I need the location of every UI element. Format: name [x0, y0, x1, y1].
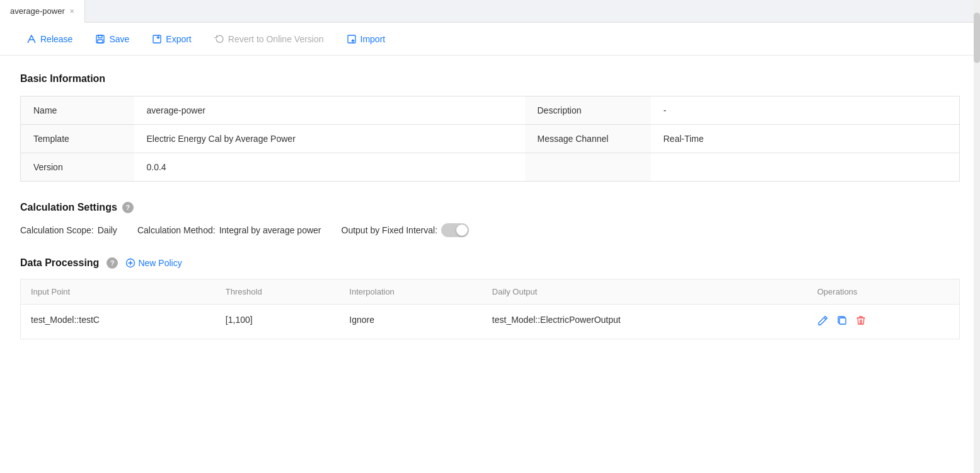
calc-settings-title: Calculation Settings — [20, 202, 117, 213]
tab-bar: average-power × — [0, 0, 980, 23]
svg-rect-1 — [98, 35, 102, 38]
action-icons — [817, 315, 949, 329]
new-policy-button[interactable]: New Policy — [125, 258, 182, 268]
calc-method-value: Integral by average power — [219, 225, 321, 235]
edit-icon[interactable] — [817, 315, 829, 329]
data-processing-table: Input Point Threshold Interpolation Dail… — [20, 279, 960, 339]
export-label: Export — [166, 34, 191, 44]
name-value: average-power — [134, 96, 525, 125]
template-label: Template — [21, 125, 134, 153]
revert-label: Revert to Online Version — [228, 34, 324, 44]
release-icon — [26, 34, 37, 44]
message-channel-label: Message Channel — [525, 125, 651, 153]
col-operations: Operations — [807, 279, 960, 305]
release-button[interactable]: Release — [15, 23, 84, 55]
save-icon — [95, 34, 105, 44]
output-fixed-interval-toggle[interactable] — [441, 223, 469, 237]
data-processing-help-icon[interactable]: ? — [107, 257, 118, 269]
cell-daily-output: test_Model::ElectricPowerOutput — [482, 305, 807, 339]
version-value: 0.0.4 — [134, 153, 525, 182]
import-icon — [347, 34, 357, 44]
plus-circle-icon — [125, 258, 135, 268]
main-content: Basic Information Name average-power Des… — [0, 55, 980, 357]
calc-scope-item: Calculation Scope: Daily — [20, 225, 117, 235]
table-row: Version 0.0.4 — [21, 153, 960, 182]
import-label: Import — [360, 34, 386, 44]
cell-operations — [807, 305, 960, 339]
copy-icon[interactable] — [836, 315, 848, 329]
col-daily-output: Daily Output — [482, 279, 807, 305]
save-button[interactable]: Save — [84, 23, 141, 55]
cell-interpolation: Ignore — [339, 305, 482, 339]
calc-scope-label: Calculation Scope: — [20, 225, 94, 235]
calc-interval-label: Output by Fixed Interval: — [342, 225, 438, 235]
svg-rect-4 — [348, 35, 355, 43]
col-threshold: Threshold — [216, 279, 339, 305]
col-interpolation: Interpolation — [339, 279, 482, 305]
col-input-point: Input Point — [21, 279, 216, 305]
tab-close-icon[interactable]: × — [70, 7, 74, 16]
scrollbar-track[interactable] — [974, 0, 980, 473]
calc-interval-item: Output by Fixed Interval: — [342, 223, 470, 237]
toggle-knob — [456, 225, 468, 236]
calc-settings-help-icon[interactable]: ? — [122, 202, 134, 213]
tab-average-power[interactable]: average-power × — [0, 0, 85, 23]
new-policy-label: New Policy — [138, 258, 182, 268]
calc-row: Calculation Scope: Daily Calculation Met… — [20, 223, 960, 237]
calc-method-item: Calculation Method: Integral by average … — [137, 225, 321, 235]
empty-label — [525, 153, 651, 182]
export-button[interactable]: Export — [141, 23, 202, 55]
version-label: Version — [21, 153, 134, 182]
calc-scope-value: Daily — [98, 225, 117, 235]
template-value: Electric Energy Cal by Average Power — [134, 125, 525, 153]
svg-rect-3 — [153, 35, 161, 43]
table-row: Template Electric Energy Cal by Average … — [21, 125, 960, 153]
revert-button[interactable]: Revert to Online Version — [203, 23, 335, 55]
revert-icon — [214, 34, 224, 44]
svg-rect-6 — [839, 318, 846, 324]
scrollbar-thumb[interactable] — [974, 13, 980, 63]
cell-input-point: test_Model::testC — [21, 305, 216, 339]
toolbar: Release Save Export Revert to Online Ver… — [0, 23, 980, 55]
table-header-row: Input Point Threshold Interpolation Dail… — [21, 279, 960, 305]
empty-value — [651, 153, 960, 182]
delete-icon[interactable] — [855, 315, 867, 329]
cell-threshold: [1,100] — [216, 305, 339, 339]
tab-label: average-power — [10, 6, 65, 16]
import-button[interactable]: Import — [335, 23, 397, 55]
message-channel-value: Real-Time — [651, 125, 960, 153]
description-value: - — [651, 96, 960, 125]
data-processing-header: Data Processing ? New Policy — [20, 257, 960, 269]
table-row: Name average-power Description - — [21, 96, 960, 125]
data-processing-title: Data Processing — [20, 257, 99, 269]
export-icon — [152, 34, 162, 44]
table-row: test_Model::testC [1,100] Ignore test_Mo… — [21, 305, 960, 339]
basic-info-table: Name average-power Description - Templat… — [20, 96, 960, 182]
save-label: Save — [109, 34, 129, 44]
basic-info-title: Basic Information — [20, 73, 960, 85]
calc-settings-header: Calculation Settings ? — [20, 202, 960, 213]
name-label: Name — [21, 96, 134, 125]
description-label: Description — [525, 96, 651, 125]
svg-rect-2 — [98, 40, 103, 43]
calc-method-label: Calculation Method: — [137, 225, 216, 235]
release-label: Release — [40, 34, 72, 44]
